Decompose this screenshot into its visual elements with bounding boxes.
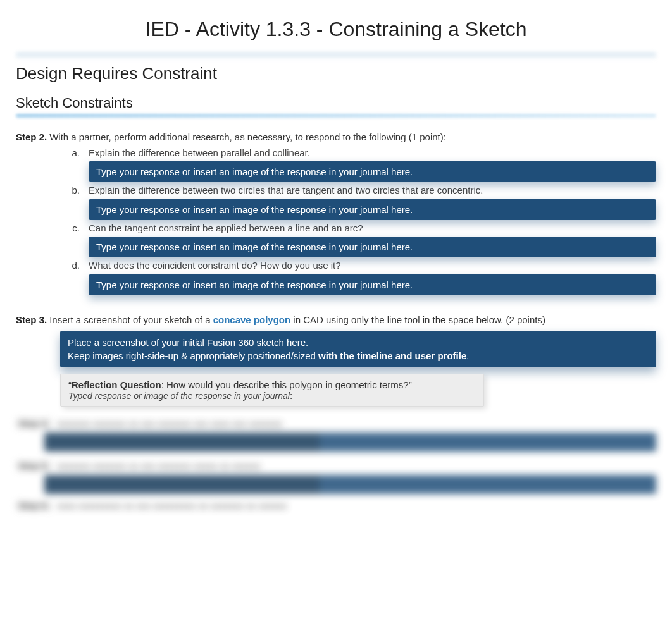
concave-polygon-link[interactable]: concave polygon (213, 314, 291, 325)
screenshot-line1: Place a screenshot of your initial Fusio… (68, 336, 649, 349)
step-3-before: Insert a screenshot of your sketch of a (49, 314, 213, 325)
response-box-a[interactable]: Type your response or insert an image of… (89, 161, 656, 182)
sub-text: What does the coincident constraint do? … (89, 259, 656, 273)
sub-item-b: b. Explain the difference between two ci… (60, 183, 656, 198)
sub-text: Explain the difference between two circl… (89, 183, 656, 198)
sub-marker: d. (60, 259, 89, 273)
reflection-question: “Reflection Question: How would you desc… (68, 379, 476, 390)
page-title: IED - Activity 1.3.3 - Constraining a Sk… (16, 18, 656, 41)
sub-marker: c. (60, 221, 89, 236)
step-2-sublist: a. Explain the difference between parall… (60, 146, 656, 161)
sub-text: Explain the difference between parallel … (89, 146, 656, 161)
response-box-d[interactable]: Type your response or insert an image of… (89, 274, 656, 295)
section-heading-1: Design Requires Constraint (16, 64, 656, 83)
blurred-content: Step 4. xxxxxxx xxxxxxx xx xxx xxxxxxx x… (16, 418, 656, 511)
sub-item-c: c. Can the tangent constraint be applied… (60, 221, 656, 236)
response-box-b[interactable]: Type your response or insert an image of… (89, 199, 656, 220)
reflection-box[interactable]: “Reflection Question: How would you desc… (60, 374, 484, 407)
divider-top (16, 52, 656, 59)
sub-item-d: d. What does the coincident constraint d… (60, 259, 656, 273)
sub-marker: b. (60, 183, 89, 198)
section-heading-2: Sketch Constraints (16, 95, 656, 111)
step-2-label: Step 2. (16, 130, 47, 145)
sub-marker: a. (60, 146, 89, 161)
step-3-after: in CAD using only the line tool in the s… (290, 314, 545, 325)
step-3-text: Insert a screenshot of your sketch of a … (49, 313, 545, 328)
screenshot-line2: Keep images right-side-up & appropriatel… (68, 349, 649, 362)
divider-thin (16, 114, 656, 118)
step-3-label: Step 3. (16, 313, 47, 328)
step-2-text: With a partner, perform additional resea… (49, 130, 446, 145)
reflection-sub: Typed response or image of the response … (68, 390, 476, 401)
response-box-c[interactable]: Type your response or insert an image of… (89, 237, 656, 257)
sub-text: Can the tangent constraint be applied be… (89, 221, 656, 236)
screenshot-box[interactable]: Place a screenshot of your initial Fusio… (60, 331, 656, 367)
sub-item-a: a. Explain the difference between parall… (60, 146, 656, 161)
step-3-row: Step 3. Insert a screenshot of your sket… (16, 313, 656, 328)
step-2-row: Step 2. With a partner, perform addition… (16, 130, 656, 145)
